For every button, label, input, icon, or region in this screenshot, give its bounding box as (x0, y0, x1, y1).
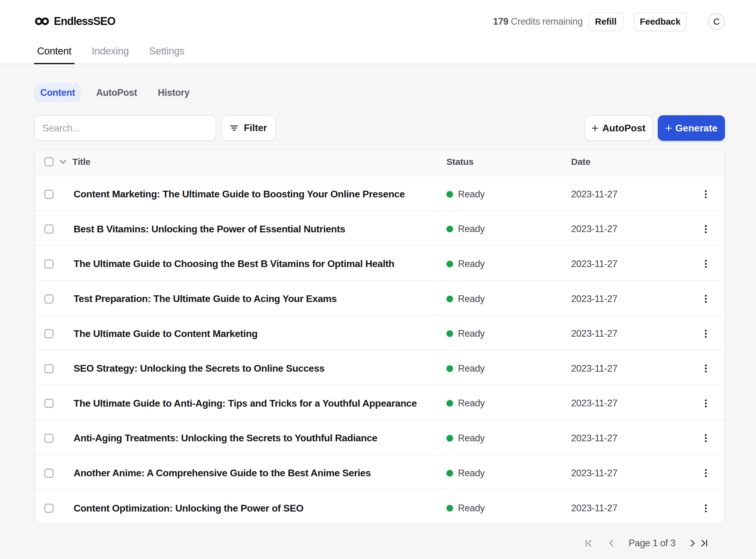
kebab-menu-icon (705, 504, 707, 512)
row-actions (687, 257, 725, 271)
column-header-status[interactable]: Status (446, 157, 571, 167)
select-all-checkbox[interactable] (44, 157, 53, 166)
tab-indexing[interactable]: Indexing (89, 45, 132, 64)
row-date: 2023-11-27 (571, 433, 687, 444)
column-header-title[interactable]: Title (72, 157, 446, 167)
row-date: 2023-11-27 (571, 189, 687, 200)
chevron-down-icon[interactable] (60, 160, 66, 164)
row-checkbox[interactable] (44, 399, 53, 408)
refill-button[interactable]: Refill (588, 12, 623, 31)
kebab-menu-icon (705, 364, 707, 373)
kebab-menu-icon (705, 399, 707, 407)
row-status: Ready (446, 503, 571, 514)
row-date: 2023-11-27 (571, 224, 687, 234)
table-header-row: Title Status Date (35, 150, 725, 176)
row-menu-button[interactable] (700, 222, 711, 236)
row-menu-button[interactable] (700, 501, 711, 515)
table-row[interactable]: The Ultimate Guide to Choosing the Best … (35, 246, 725, 281)
row-menu-button[interactable] (700, 466, 711, 480)
row-menu-button[interactable] (700, 187, 711, 201)
status-text: Ready (458, 433, 485, 444)
row-title: Content Marketing: The Ultimate Guide to… (74, 188, 446, 200)
row-menu-button[interactable] (700, 361, 711, 376)
last-page-icon (700, 539, 708, 547)
row-checkbox[interactable] (44, 224, 53, 233)
tab-content[interactable]: Content (34, 45, 74, 64)
row-status: Ready (446, 328, 571, 339)
feedback-button[interactable]: Feedback (634, 12, 687, 31)
row-check-cell (35, 224, 74, 233)
row-checkbox[interactable] (44, 469, 53, 478)
row-title: Another Anime: A Comprehensive Guide to … (74, 467, 446, 479)
subtab-history[interactable]: History (152, 83, 196, 102)
row-checkbox[interactable] (44, 190, 53, 199)
table-row[interactable]: The Ultimate Guide to Content Marketing … (35, 315, 725, 350)
credits-count: 179 (493, 16, 508, 27)
row-status: Ready (446, 224, 571, 234)
row-checkbox[interactable] (44, 504, 53, 513)
row-actions (687, 466, 725, 480)
chevron-left-icon (608, 539, 616, 547)
row-title: Content Optimization: Unlocking the Powe… (74, 503, 446, 514)
table-row[interactable]: Content Marketing: The Ultimate Guide to… (35, 176, 725, 211)
logo-row: EndlessSEO (35, 14, 115, 29)
row-title: Anti-Aging Treatments: Unlocking the Sec… (74, 432, 446, 444)
row-status: Ready (446, 468, 571, 479)
previous-page-button[interactable] (604, 536, 619, 550)
status-text: Ready (458, 224, 485, 234)
row-check-cell (35, 399, 74, 408)
subtab-content[interactable]: Content (34, 83, 81, 102)
row-status: Ready (446, 433, 571, 444)
row-status: Ready (446, 293, 571, 305)
row-checkbox[interactable] (44, 294, 53, 304)
subtab-autopost[interactable]: AutoPost (90, 83, 143, 102)
tab-settings[interactable]: Settings (146, 45, 187, 64)
table-row[interactable]: The Ultimate Guide to Anti-Aging: Tips a… (35, 385, 725, 420)
filter-button[interactable]: Filter (222, 115, 276, 141)
last-page-button[interactable] (697, 536, 711, 550)
kebab-menu-icon (705, 225, 707, 233)
row-menu-button[interactable] (700, 257, 711, 271)
row-check-cell (35, 504, 74, 513)
row-checkbox[interactable] (44, 329, 53, 338)
plus-icon (665, 125, 672, 131)
status-dot (446, 296, 453, 302)
row-title: The Ultimate Guide to Choosing the Best … (74, 258, 446, 269)
plus-icon (592, 125, 598, 131)
filter-icon (230, 125, 238, 131)
row-status: Ready (446, 363, 571, 374)
kebab-menu-icon (705, 469, 707, 477)
search-input[interactable] (35, 115, 216, 141)
table-row[interactable]: SEO Strategy: Unlocking the Secrets to O… (35, 350, 725, 385)
row-menu-button[interactable] (700, 431, 711, 445)
table-row[interactable]: Best B Vitamins: Unlocking the Power of … (35, 211, 725, 246)
row-checkbox[interactable] (44, 434, 53, 443)
table-row[interactable]: Anti-Aging Treatments: Unlocking the Sec… (35, 420, 725, 455)
status-dot (446, 191, 453, 198)
row-date: 2023-11-27 (571, 503, 687, 514)
generate-button[interactable]: Generate (658, 115, 725, 141)
avatar[interactable]: C (708, 13, 725, 30)
row-checkbox[interactable] (44, 364, 53, 373)
row-check-cell (35, 434, 74, 443)
table-row[interactable]: Content Optimization: Unlocking the Powe… (35, 490, 725, 523)
row-check-cell (35, 329, 74, 338)
table-row[interactable]: Test Preparation: The Ultimate Guide to … (35, 281, 725, 316)
kebab-menu-icon (705, 260, 707, 268)
pagination: Page 1 of 3 (0, 536, 756, 550)
row-checkbox[interactable] (44, 260, 53, 269)
filter-label: Filter (244, 122, 267, 134)
status-dot (446, 505, 453, 512)
app-header: EndlessSEO 179 Credits remaining Refill … (0, 0, 756, 64)
row-menu-button[interactable] (700, 327, 711, 341)
table-row[interactable]: Another Anime: A Comprehensive Guide to … (35, 455, 725, 490)
header-right: 179 Credits remaining Refill Feedback C (493, 12, 725, 31)
column-header-date[interactable]: Date (571, 157, 687, 167)
row-title: The Ultimate Guide to Content Marketing (74, 328, 446, 339)
row-check-cell (35, 364, 74, 373)
first-page-button[interactable] (582, 536, 596, 550)
row-menu-button[interactable] (700, 396, 711, 410)
row-menu-button[interactable] (700, 292, 711, 306)
row-title: The Ultimate Guide to Anti-Aging: Tips a… (74, 398, 446, 409)
autopost-button[interactable]: AutoPost (585, 115, 652, 141)
